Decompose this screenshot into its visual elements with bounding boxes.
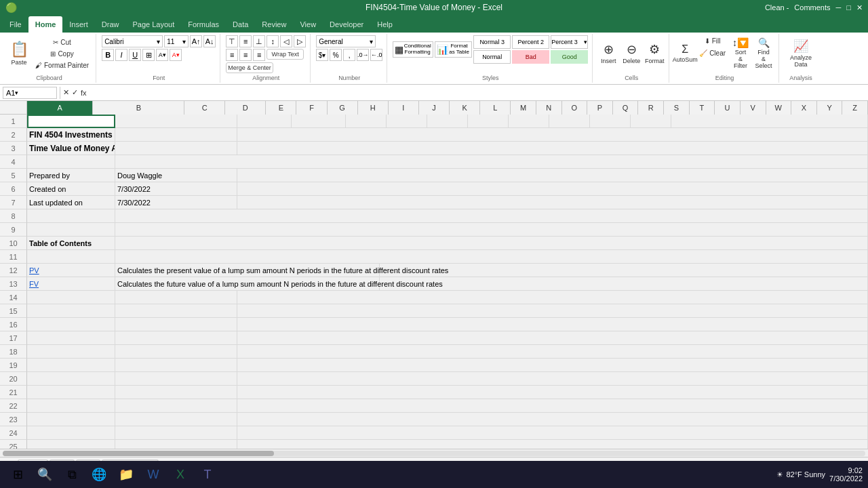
confirm-formula-icon[interactable]: ✓ [72,88,78,97]
cell-a23[interactable] [27,413,115,426]
decrease-font-button[interactable]: A↓ [203,35,216,47]
cell-b24[interactable] [115,426,237,440]
cell-rest-4[interactable] [115,155,868,169]
cell-d1[interactable] [292,115,346,128]
cell-a10[interactable]: Table of Contents [27,237,115,250]
increase-decimal-button[interactable]: .0→ [357,49,369,61]
cell-reference-box[interactable]: A1 ▾ [3,87,57,99]
insert-function-icon[interactable]: fx [81,89,87,97]
cell-h1[interactable] [468,115,509,128]
good-style[interactable]: Good [551,50,588,64]
conditional-formatting-button[interactable]: ▦ Conditional Formatting [393,41,433,58]
col-header-y[interactable]: Y [817,101,843,115]
tab-help[interactable]: Help [370,16,399,33]
cell-rest-8[interactable] [115,209,868,223]
cell-rest-20[interactable] [237,372,868,386]
cell-f1[interactable] [387,115,427,128]
col-header-o[interactable]: O [562,101,588,115]
cell-a25[interactable] [27,440,115,449]
cell-rest-16[interactable] [237,318,868,331]
cell-a16[interactable] [27,318,115,331]
minimize-icon[interactable]: ─ [836,3,842,12]
col-header-h[interactable]: H [358,101,389,115]
cell-rest-9[interactable] [115,223,868,237]
cell-b18[interactable] [115,345,237,359]
delete-button[interactable]: ⊖ Delete [621,35,642,70]
cell-rest-21[interactable] [237,386,868,399]
italic-button[interactable]: I [115,49,127,61]
cell-a9[interactable] [27,223,115,237]
cell-b20[interactable] [115,372,237,386]
bad-style[interactable]: Bad [512,50,549,64]
cell-b19[interactable] [115,359,237,372]
autosum-button[interactable]: Σ AutoSum [675,35,695,70]
number-format-selector[interactable]: General ▾ [316,35,376,47]
cell-i1[interactable] [509,115,549,128]
cut-button[interactable]: ✂ Cut [33,37,92,47]
normal-style[interactable]: Normal [473,50,511,64]
font-name-selector[interactable]: Calibri ▾ [102,35,163,47]
bold-button[interactable]: B [102,49,114,61]
percent2-style[interactable]: Percent 2 [512,35,549,49]
col-header-u[interactable]: U [715,101,741,115]
cell-b12[interactable]: Calculates the present value of a lump s… [115,264,380,277]
align-right-button[interactable]: ≡ [253,49,265,61]
tab-file[interactable]: File [3,16,28,33]
cell-a15[interactable] [27,304,115,318]
underline-button[interactable]: U [129,49,141,61]
cell-j1[interactable] [549,115,590,128]
tab-view[interactable]: View [293,16,323,33]
col-header-g[interactable]: G [328,101,358,115]
tab-developer[interactable]: Developer [323,16,370,33]
fill-color-button[interactable]: A▾ [156,49,168,61]
indent-increase-button[interactable]: ▷ [294,35,306,47]
text-direction-button[interactable]: ↕ [267,35,279,47]
cell-b7[interactable]: 7/30/2022 [115,196,237,209]
cell-a20[interactable] [27,372,115,386]
percent3-style[interactable]: Percent 3 ▾ [551,35,588,49]
cell-a17[interactable] [27,331,115,345]
cell-rest-25[interactable] [237,440,868,449]
cell-rest-13[interactable] [380,277,868,291]
paste-button[interactable]: 📋 Paste [7,35,31,70]
cell-b14[interactable] [115,291,237,304]
cell-rest-7[interactable] [237,196,868,209]
fill-button[interactable]: ⬇ Fill [696,35,728,46]
cell-a7[interactable]: Last updated on [27,196,115,209]
col-header-r[interactable]: R [638,101,664,115]
cell-rest-24[interactable] [237,426,868,440]
cell-b1[interactable] [115,115,237,128]
cell-a3[interactable]: Time Value of Money Assignment [27,142,115,155]
scrollbar-thumb-h[interactable] [3,451,274,456]
percent-button[interactable]: % [330,49,342,61]
cell-rest-3[interactable] [237,142,868,155]
col-header-c[interactable]: C [184,101,225,115]
col-header-q[interactable]: Q [613,101,639,115]
cell-b21[interactable] [115,386,237,399]
wrap-text-button[interactable]: Wrap Text [267,49,304,60]
cell-l1[interactable] [631,115,671,128]
align-center-button[interactable]: ≡ [239,49,252,61]
comments-button[interactable]: Comments [794,3,830,12]
cell-a18[interactable] [27,345,115,359]
align-middle-button[interactable]: ≡ [239,35,252,47]
decrease-decimal-button[interactable]: ←.0 [370,49,382,61]
teams-icon[interactable]: T [195,462,220,487]
format-painter-button[interactable]: 🖌 Format Painter [33,60,92,70]
cell-b16[interactable] [115,318,237,331]
format-as-table-button[interactable]: 📊 Format as Table [435,41,472,58]
cell-e1[interactable] [346,115,387,128]
col-header-b[interactable]: B [93,101,184,115]
align-bottom-button[interactable]: ⊥ [253,35,265,47]
copy-button[interactable]: ⊞ Copy [33,48,92,59]
cell-rest-11[interactable] [115,250,868,264]
file-explorer-icon[interactable]: 📁 [114,462,138,487]
maximize-icon[interactable]: □ [846,3,851,12]
border-button[interactable]: ⊞ [142,49,155,61]
increase-font-button[interactable]: A↑ [190,35,202,47]
cell-rest-6[interactable] [237,182,868,196]
cell-b23[interactable] [115,413,237,426]
tab-insert[interactable]: Insert [62,16,95,33]
font-color-button[interactable]: A▾ [170,49,182,61]
cell-b3[interactable] [115,142,237,155]
